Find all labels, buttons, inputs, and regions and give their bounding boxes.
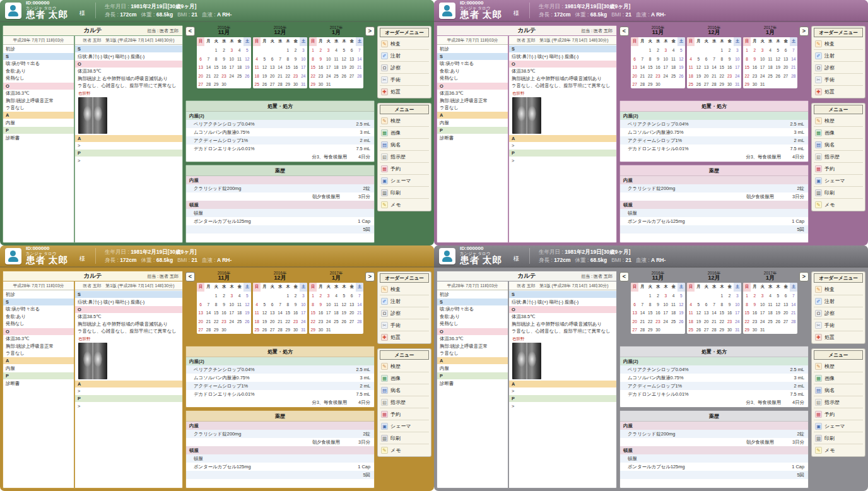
calendar-day[interactable]: 27 — [348, 317, 355, 326]
calendar-day[interactable]: 12 — [774, 54, 782, 63]
calendar-day[interactable]: 20 — [197, 317, 204, 326]
menu-item-画像[interactable]: ▦画像 — [814, 372, 863, 384]
calendar-day[interactable]: 9 — [291, 300, 299, 309]
calendar-day[interactable]: 11 — [766, 54, 774, 63]
calendar-day[interactable]: 5 — [261, 300, 268, 309]
calendar-day[interactable]: 31 — [300, 80, 307, 89]
menu-item-メモ[interactable]: ✎メモ — [814, 444, 863, 456]
calendar-day[interactable]: 6 — [269, 300, 276, 309]
calendar-day[interactable]: 22 — [718, 71, 725, 80]
calendar-day[interactable]: 24 — [300, 317, 307, 326]
calendar-day[interactable]: 19 — [695, 71, 702, 80]
calendar-day[interactable]: 28 — [204, 326, 212, 334]
calendar-day[interactable]: 8 — [309, 54, 317, 63]
calendar-day[interactable]: 15 — [647, 63, 654, 72]
calendar-day[interactable]: 11 — [766, 300, 774, 309]
calendar-day[interactable]: 10 — [759, 54, 766, 63]
calendar-day[interactable]: 16 — [751, 309, 758, 317]
calendar-day[interactable]: 13 — [269, 63, 276, 72]
calendar-day[interactable]: 17 — [734, 63, 741, 72]
calendar-day[interactable]: 18 — [332, 309, 340, 317]
calendar-day[interactable]: 5 — [243, 46, 251, 55]
calendar-day[interactable]: 13 — [348, 54, 355, 63]
calendar-day[interactable]: 18 — [253, 317, 261, 326]
calendar-day[interactable]: 12 — [243, 300, 251, 309]
calendar-day[interactable]: 8 — [647, 54, 654, 63]
menu-item-予約[interactable]: ▦予約 — [814, 163, 863, 175]
calendar-day[interactable]: 18 — [687, 71, 695, 80]
calendar-day[interactable]: 9 — [751, 300, 758, 309]
calendar-day[interactable]: 21 — [790, 63, 797, 72]
calendar-day[interactable]: 14 — [356, 54, 363, 63]
calendar-day[interactable]: 27 — [197, 80, 204, 89]
calendar-day[interactable]: 4 — [253, 54, 261, 63]
calendar-day[interactable]: 11 — [235, 300, 243, 309]
menu-item-検査[interactable]: ✎検査 — [814, 283, 863, 295]
calendar-day[interactable]: 12 — [677, 300, 685, 309]
calendar-day[interactable]: 14 — [276, 63, 284, 72]
calendar-day[interactable]: 30 — [751, 326, 758, 334]
calendar-day[interactable]: 4 — [235, 46, 243, 55]
calendar-day[interactable]: 8 — [213, 54, 220, 63]
calendar-day[interactable]: 18 — [235, 63, 243, 72]
calendar-day[interactable]: 8 — [718, 54, 725, 63]
calendar-day[interactable]: 5 — [340, 46, 348, 55]
calendar-day[interactable]: 28 — [790, 71, 797, 80]
calendar-day[interactable]: 22 — [284, 317, 291, 326]
calendar-day[interactable]: 16 — [725, 63, 733, 72]
calendar-day[interactable]: 4 — [253, 300, 261, 309]
calendar-day[interactable]: 12 — [340, 300, 348, 309]
calendar-prev-button[interactable]: < — [185, 27, 195, 36]
calendar-day[interactable]: 17 — [662, 63, 669, 72]
calendar-day[interactable]: 14 — [790, 300, 797, 309]
calendar-day[interactable]: 18 — [332, 63, 340, 72]
calendar-day[interactable]: 31 — [300, 326, 307, 334]
calendar-day[interactable]: 1 — [284, 46, 291, 55]
calendar-prev-button[interactable]: < — [619, 27, 629, 36]
calendar-day[interactable]: 1 — [718, 46, 725, 55]
calendar-day[interactable]: 8 — [743, 300, 751, 309]
calendar-day[interactable]: 26 — [340, 71, 348, 80]
calendar-day[interactable]: 12 — [261, 309, 268, 317]
calendar-day[interactable]: 25 — [253, 326, 261, 334]
calendar-day[interactable]: 19 — [340, 63, 348, 72]
calendar-day[interactable]: 21 — [204, 71, 212, 80]
calendar-day[interactable]: 21 — [638, 71, 646, 80]
calendar-day[interactable]: 29 — [647, 326, 654, 334]
calendar-day[interactable]: 9 — [725, 54, 733, 63]
calendar-day[interactable]: 8 — [309, 300, 317, 309]
calendar-day[interactable]: 4 — [235, 292, 243, 300]
calendar-day[interactable]: 24 — [325, 317, 332, 326]
menu-item-シェーマ[interactable]: ▣シェーマ — [814, 420, 863, 432]
calendar-day[interactable]: 6 — [631, 54, 638, 63]
calendar-day[interactable]: 26 — [774, 71, 782, 80]
menu-item-病名[interactable]: ▤病名 — [380, 384, 429, 396]
menu-item-診察[interactable]: Ω診察 — [814, 62, 863, 74]
calendar-next-button[interactable]: > — [365, 27, 375, 36]
calendar-day[interactable]: 18 — [766, 63, 774, 72]
calendar-day[interactable]: 23 — [751, 71, 758, 80]
menu-item-診察[interactable]: Ω診察 — [380, 62, 429, 74]
calendar-day[interactable]: 19 — [677, 309, 685, 317]
calendar-day[interactable]: 18 — [687, 317, 695, 326]
calendar-day[interactable]: 2 — [220, 292, 228, 300]
calendar-day[interactable]: 6 — [782, 292, 789, 300]
menu-item-検歴[interactable]: ✎検歴 — [814, 360, 863, 372]
menu-item-予約[interactable]: ▦予約 — [380, 408, 429, 420]
menu-item-注射[interactable]: ✐注射 — [380, 50, 429, 62]
calendar-day[interactable]: 27 — [631, 326, 638, 334]
calendar-day[interactable]: 23 — [291, 317, 299, 326]
calendar-day[interactable]: 13 — [631, 309, 638, 317]
calendar-day[interactable]: 5 — [774, 292, 782, 300]
calendar-day[interactable]: 24 — [759, 71, 766, 80]
calendar-day[interactable]: 3 — [300, 46, 307, 55]
menu-item-印刷[interactable]: ▥印刷 — [814, 187, 863, 199]
calendar-day[interactable]: 7 — [790, 46, 797, 55]
menu-item-印刷[interactable]: ▥印刷 — [380, 187, 429, 199]
calendar-day[interactable]: 5 — [340, 292, 348, 300]
calendar-day[interactable]: 25 — [235, 71, 243, 80]
calendar-day[interactable]: 4 — [669, 46, 677, 55]
calendar-day[interactable]: 6 — [269, 54, 276, 63]
calendar-day[interactable]: 1 — [647, 292, 654, 300]
calendar-day[interactable]: 11 — [669, 300, 677, 309]
